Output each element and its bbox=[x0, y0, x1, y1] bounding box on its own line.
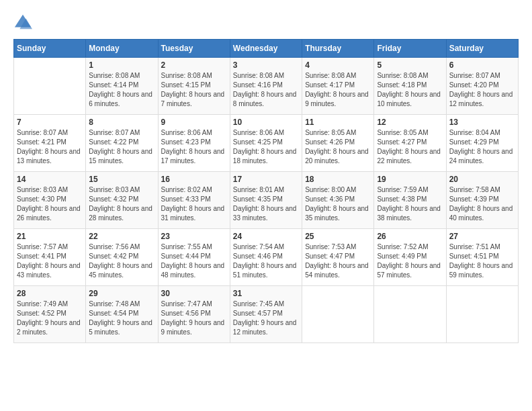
sunset-text: Sunset: 4:26 PM bbox=[305, 138, 371, 147]
sunset-text: Sunset: 4:47 PM bbox=[305, 252, 371, 261]
sunset-text: Sunset: 4:54 PM bbox=[89, 309, 154, 318]
day-info: Sunrise: 8:04 AMSunset: 4:29 PMDaylight:… bbox=[449, 128, 515, 166]
calendar-cell bbox=[374, 286, 446, 343]
daylight-text: Daylight: 8 hours and 12 minutes. bbox=[449, 90, 515, 109]
day-number: 23 bbox=[161, 232, 227, 241]
calendar-cell: 27Sunrise: 7:51 AMSunset: 4:51 PMDayligh… bbox=[446, 229, 518, 286]
daylight-text: Daylight: 8 hours and 8 minutes. bbox=[233, 90, 299, 109]
day-info: Sunrise: 8:08 AMSunset: 4:18 PMDaylight:… bbox=[377, 71, 443, 109]
calendar-cell: 23Sunrise: 7:55 AMSunset: 4:44 PMDayligh… bbox=[158, 229, 230, 286]
daylight-text: Daylight: 9 hours and 9 minutes. bbox=[161, 318, 227, 337]
day-number: 4 bbox=[305, 60, 371, 70]
calendar-cell: 14Sunrise: 8:03 AMSunset: 4:30 PMDayligh… bbox=[14, 172, 86, 229]
day-info: Sunrise: 7:58 AMSunset: 4:39 PMDaylight:… bbox=[449, 185, 515, 223]
calendar-cell: 15Sunrise: 8:03 AMSunset: 4:32 PMDayligh… bbox=[86, 172, 158, 229]
calendar-cell: 31Sunrise: 7:45 AMSunset: 4:57 PMDayligh… bbox=[230, 286, 302, 343]
weekday-header-saturday: Saturday bbox=[446, 40, 518, 58]
daylight-text: Daylight: 8 hours and 51 minutes. bbox=[233, 261, 299, 280]
daylight-text: Daylight: 8 hours and 38 minutes. bbox=[377, 204, 443, 223]
calendar-week-row: 21Sunrise: 7:57 AMSunset: 4:41 PMDayligh… bbox=[14, 229, 519, 286]
calendar-cell bbox=[446, 286, 518, 343]
sunrise-text: Sunrise: 7:51 AM bbox=[449, 242, 515, 252]
daylight-text: Daylight: 9 hours and 2 minutes. bbox=[17, 318, 83, 337]
sunrise-text: Sunrise: 8:07 AM bbox=[89, 128, 154, 138]
day-info: Sunrise: 8:08 AMSunset: 4:16 PMDaylight:… bbox=[233, 71, 299, 109]
calendar-cell: 19Sunrise: 7:59 AMSunset: 4:38 PMDayligh… bbox=[374, 172, 446, 229]
calendar-table: SundayMondayTuesdayWednesdayThursdayFrid… bbox=[13, 39, 519, 343]
day-info: Sunrise: 8:07 AMSunset: 4:21 PMDaylight:… bbox=[17, 128, 83, 166]
calendar-header: SundayMondayTuesdayWednesdayThursdayFrid… bbox=[14, 40, 519, 58]
day-number: 21 bbox=[17, 232, 83, 241]
daylight-text: Daylight: 8 hours and 48 minutes. bbox=[161, 261, 227, 280]
sunset-text: Sunset: 4:20 PM bbox=[449, 81, 515, 90]
sunrise-text: Sunrise: 8:05 AM bbox=[377, 128, 443, 138]
weekday-header-tuesday: Tuesday bbox=[158, 40, 230, 58]
daylight-text: Daylight: 8 hours and 40 minutes. bbox=[449, 204, 515, 223]
logo-icon bbox=[13, 13, 32, 32]
calendar-cell: 21Sunrise: 7:57 AMSunset: 4:41 PMDayligh… bbox=[14, 229, 86, 286]
day-number: 25 bbox=[305, 232, 371, 241]
sunrise-text: Sunrise: 8:08 AM bbox=[305, 71, 371, 81]
calendar-body: 1Sunrise: 8:08 AMSunset: 4:14 PMDaylight… bbox=[14, 58, 519, 343]
day-number: 9 bbox=[161, 118, 227, 127]
day-info: Sunrise: 8:08 AMSunset: 4:14 PMDaylight:… bbox=[89, 71, 154, 109]
day-number: 17 bbox=[233, 175, 299, 184]
sunrise-text: Sunrise: 8:08 AM bbox=[377, 71, 443, 81]
day-info: Sunrise: 7:54 AMSunset: 4:46 PMDaylight:… bbox=[233, 242, 299, 280]
calendar-cell: 13Sunrise: 8:04 AMSunset: 4:29 PMDayligh… bbox=[446, 115, 518, 172]
calendar-cell: 30Sunrise: 7:47 AMSunset: 4:56 PMDayligh… bbox=[158, 286, 230, 343]
weekday-header-sunday: Sunday bbox=[14, 40, 86, 58]
weekday-header-thursday: Thursday bbox=[302, 40, 374, 58]
sunset-text: Sunset: 4:25 PM bbox=[233, 138, 299, 147]
sunrise-text: Sunrise: 7:56 AM bbox=[89, 242, 154, 252]
daylight-text: Daylight: 8 hours and 26 minutes. bbox=[17, 204, 83, 223]
sunrise-text: Sunrise: 8:08 AM bbox=[233, 71, 299, 81]
day-info: Sunrise: 7:55 AMSunset: 4:44 PMDaylight:… bbox=[161, 242, 227, 280]
calendar-cell: 29Sunrise: 7:48 AMSunset: 4:54 PMDayligh… bbox=[86, 286, 158, 343]
calendar-cell: 16Sunrise: 8:02 AMSunset: 4:33 PMDayligh… bbox=[158, 172, 230, 229]
calendar-week-row: 7Sunrise: 8:07 AMSunset: 4:21 PMDaylight… bbox=[14, 115, 519, 172]
day-info: Sunrise: 8:05 AMSunset: 4:26 PMDaylight:… bbox=[305, 128, 371, 166]
day-number: 24 bbox=[233, 232, 299, 241]
calendar-cell bbox=[14, 58, 86, 115]
calendar-cell: 7Sunrise: 8:07 AMSunset: 4:21 PMDaylight… bbox=[14, 115, 86, 172]
sunrise-text: Sunrise: 7:58 AM bbox=[449, 185, 515, 195]
sunrise-text: Sunrise: 8:07 AM bbox=[449, 71, 515, 81]
calendar-cell: 8Sunrise: 8:07 AMSunset: 4:22 PMDaylight… bbox=[86, 115, 158, 172]
calendar-cell: 22Sunrise: 7:56 AMSunset: 4:42 PMDayligh… bbox=[86, 229, 158, 286]
sunrise-text: Sunrise: 8:08 AM bbox=[161, 71, 227, 81]
day-number: 10 bbox=[233, 118, 299, 127]
calendar-cell: 3Sunrise: 8:08 AMSunset: 4:16 PMDaylight… bbox=[230, 58, 302, 115]
daylight-text: Daylight: 8 hours and 22 minutes. bbox=[377, 147, 443, 166]
daylight-text: Daylight: 8 hours and 20 minutes. bbox=[305, 147, 371, 166]
sunrise-text: Sunrise: 8:08 AM bbox=[89, 71, 154, 81]
day-number: 11 bbox=[305, 118, 371, 127]
day-number: 12 bbox=[377, 118, 443, 127]
weekday-header-monday: Monday bbox=[86, 40, 158, 58]
sunrise-text: Sunrise: 7:55 AM bbox=[161, 242, 227, 252]
calendar-cell: 24Sunrise: 7:54 AMSunset: 4:46 PMDayligh… bbox=[230, 229, 302, 286]
day-number: 2 bbox=[161, 60, 227, 70]
calendar-cell: 5Sunrise: 8:08 AMSunset: 4:18 PMDaylight… bbox=[374, 58, 446, 115]
day-number: 1 bbox=[89, 60, 154, 70]
sunset-text: Sunset: 4:46 PM bbox=[233, 252, 299, 261]
sunrise-text: Sunrise: 8:02 AM bbox=[161, 185, 227, 195]
day-number: 29 bbox=[89, 289, 154, 298]
calendar-cell: 4Sunrise: 8:08 AMSunset: 4:17 PMDaylight… bbox=[302, 58, 374, 115]
daylight-text: Daylight: 8 hours and 54 minutes. bbox=[305, 261, 371, 280]
logo bbox=[13, 13, 35, 32]
calendar-cell: 10Sunrise: 8:06 AMSunset: 4:25 PMDayligh… bbox=[230, 115, 302, 172]
sunset-text: Sunset: 4:30 PM bbox=[17, 195, 83, 204]
day-info: Sunrise: 8:08 AMSunset: 4:17 PMDaylight:… bbox=[305, 71, 371, 109]
sunset-text: Sunset: 4:29 PM bbox=[449, 138, 515, 147]
daylight-text: Daylight: 8 hours and 24 minutes. bbox=[449, 147, 515, 166]
day-number: 7 bbox=[17, 118, 83, 127]
sunrise-text: Sunrise: 8:04 AM bbox=[449, 128, 515, 138]
day-number: 19 bbox=[377, 175, 443, 184]
sunset-text: Sunset: 4:41 PM bbox=[17, 252, 83, 261]
daylight-text: Daylight: 8 hours and 7 minutes. bbox=[161, 90, 227, 109]
day-info: Sunrise: 7:49 AMSunset: 4:52 PMDaylight:… bbox=[17, 300, 83, 337]
sunset-text: Sunset: 4:38 PM bbox=[377, 195, 443, 204]
daylight-text: Daylight: 8 hours and 13 minutes. bbox=[17, 147, 83, 166]
daylight-text: Daylight: 8 hours and 9 minutes. bbox=[305, 90, 371, 109]
